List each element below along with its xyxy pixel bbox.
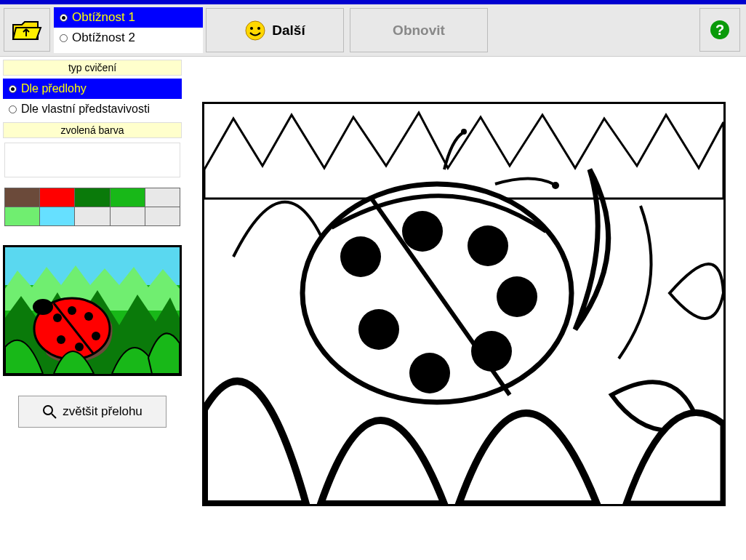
radio-icon [60,34,68,42]
svg-point-13 [57,335,65,344]
radio-icon [9,85,17,93]
next-label: Další [272,23,305,39]
difficulty-option-2[interactable]: Obtížnost 2 [54,28,203,48]
difficulty-label: Obtížnost 2 [72,31,135,45]
magnifier-icon [42,404,57,419]
svg-point-0 [246,21,265,40]
svg-point-28 [409,353,450,393]
refresh-label: Obnovit [393,23,445,39]
canvas-area [185,57,746,560]
color-swatch[interactable] [40,207,75,226]
svg-point-26 [468,225,508,266]
selected-color-header: zvolená barva [3,122,182,138]
color-palette [4,188,180,226]
exercise-type-header: typ cvičení [3,60,182,76]
exercise-option-label: Dle předlohy [21,82,87,95]
svg-point-10 [53,313,62,322]
difficulty-option-1[interactable]: Obtížnost 1 [54,7,203,28]
svg-point-12 [84,312,93,321]
color-swatch-empty [75,207,110,226]
smiley-icon [244,20,266,41]
next-button[interactable]: Další [206,8,344,52]
color-swatch[interactable] [5,188,40,207]
exercise-option-freeform[interactable]: Dle vlastní představivosti [3,99,182,119]
color-swatch-empty [111,207,145,226]
zoom-label: zvětšit přelohu [63,404,143,419]
svg-point-30 [471,331,512,372]
ladybug-outline-image [204,104,723,504]
exercise-type-selector: Dle předlohy Dle vlastní představivosti [3,79,182,119]
exercise-option-template[interactable]: Dle předlohy [3,79,182,99]
radio-icon [9,105,17,113]
sidebar: typ cvičení Dle předlohy Dle vlastní pře… [0,57,185,560]
coloring-canvas[interactable] [202,102,726,506]
ladybug-thumbnail-image [3,245,182,376]
difficulty-selector: Obtížnost 1 Obtížnost 2 [54,7,203,53]
svg-point-29 [497,276,537,317]
exercise-option-label: Dle vlastní představivosti [21,103,150,116]
toolbar: Obtížnost 1 Obtížnost 2 Další Obnovit ? [0,4,746,57]
color-swatch[interactable] [75,188,110,207]
svg-point-22 [461,129,467,135]
color-swatch-empty [145,207,180,226]
open-folder-button[interactable] [4,8,50,52]
difficulty-label: Obtížnost 1 [72,10,135,25]
folder-up-icon [12,17,42,42]
svg-point-27 [358,309,399,350]
refresh-button[interactable]: Obnovit [350,8,488,52]
svg-point-2 [257,27,260,30]
template-thumbnail [3,245,182,378]
svg-point-1 [250,27,253,30]
svg-point-14 [75,343,84,351]
svg-point-17 [44,406,52,415]
svg-line-18 [52,414,56,418]
help-button[interactable]: ? [699,8,740,52]
svg-text:?: ? [715,22,724,38]
color-swatch[interactable] [5,207,40,226]
color-swatch[interactable] [40,188,75,207]
radio-icon [60,14,68,22]
svg-point-23 [552,182,559,189]
color-swatch[interactable] [111,188,145,207]
svg-point-25 [402,211,443,252]
help-icon: ? [709,19,731,41]
color-swatch-empty [145,188,180,207]
svg-point-15 [92,332,100,340]
zoom-template-button[interactable]: zvětšit přelohu [18,396,167,428]
selected-color-preview [4,143,180,177]
svg-point-11 [68,306,76,315]
svg-point-24 [340,236,381,277]
svg-point-16 [33,299,53,315]
